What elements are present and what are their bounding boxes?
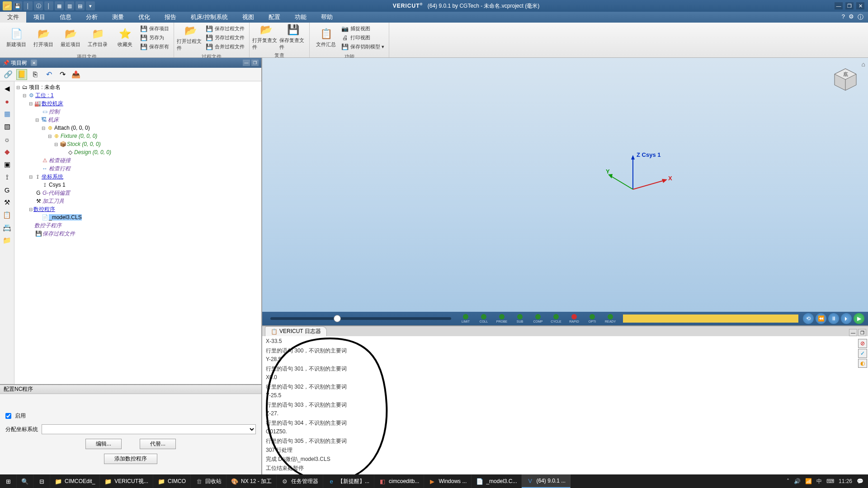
tray-ime[interactable]: 中 (816, 478, 822, 485)
menu-project[interactable]: 项目 (26, 12, 52, 23)
rb-save-ip[interactable]: 💾保存过程文件 (206, 24, 245, 33)
taskbar-app[interactable]: ◧cimcoeditb... (374, 474, 424, 488)
progress-bar[interactable] (623, 314, 798, 323)
tray-chevron-icon[interactable]: ˄ (787, 478, 789, 484)
si-7[interactable]: ▣ (2, 159, 13, 170)
menu-config[interactable]: 配置 (261, 12, 288, 23)
menu-view[interactable]: 视图 (235, 12, 261, 23)
rb-open-project[interactable]: 📂打开项目 (30, 24, 57, 52)
taskbar-app[interactable]: 🗑回收站 (191, 474, 226, 488)
qat-save-icon[interactable]: 💾 (13, 1, 22, 10)
view-cube[interactable]: 底 (832, 66, 859, 93)
add-nc-button[interactable]: 添加数控程序 (104, 454, 157, 464)
panel-max-icon[interactable]: ❐ (251, 60, 259, 66)
taskbar-app[interactable]: 🎨NX 12 - 加工 (226, 474, 277, 488)
pb-step-button[interactable]: ⏵ (841, 313, 852, 324)
panel-min-icon[interactable]: — (243, 60, 250, 66)
si-8[interactable]: ⟟ (2, 172, 13, 183)
menu-machine[interactable]: 机床/控制系统 (184, 12, 235, 23)
minimize-button[interactable]: — (835, 2, 843, 9)
si-4[interactable]: ▧ (2, 121, 13, 132)
taskbar-app[interactable]: ⚙任务管理器 (277, 474, 323, 488)
pushpin-icon[interactable]: 📌 (3, 60, 9, 66)
si-2[interactable]: ● (2, 96, 13, 107)
rb-new-project[interactable]: 📄新建项目 (3, 24, 30, 52)
rb-save-all[interactable]: 💾保存所有 (140, 42, 169, 51)
project-tree[interactable]: ⊟🗂项目 : 未命名 ⊟⚙工位 : 1 ⊟🏭数控机床 ▭控制 ⊟🏗机床 ⊟⊕At… (14, 81, 261, 384)
pb-rewind-button[interactable]: ⏪ (816, 313, 826, 324)
menu-analyze[interactable]: 分析 (79, 12, 105, 23)
menu-report[interactable]: 报告 (157, 12, 184, 23)
tb-export-icon[interactable]: 📤 (71, 69, 81, 80)
taskview-button[interactable]: ⊟ (33, 474, 50, 488)
3d-viewport[interactable]: ⌂ 底 Z Csys 1 X (262, 58, 868, 312)
tree-close-icon[interactable]: ✕ (31, 60, 37, 66)
edit-button[interactable]: 编辑... (85, 439, 122, 449)
subst-button[interactable]: 代替... (140, 439, 176, 449)
qat-view3-icon[interactable]: ▤ (75, 1, 85, 10)
menu-help[interactable]: 帮助 (314, 12, 340, 23)
qat-view1-icon[interactable]: ▦ (55, 1, 64, 10)
speed-slider[interactable] (270, 317, 451, 320)
rb-favorites[interactable]: ⭐收藏夹 (111, 24, 138, 52)
menu-info[interactable]: 信息 (52, 12, 79, 23)
rb-recent-project[interactable]: 📂最近项目 (57, 24, 84, 52)
pb-pause-button[interactable]: ⏸ (828, 313, 839, 324)
qat-view2-icon[interactable]: ▥ (65, 1, 74, 10)
pb-play-button[interactable]: ▶ (854, 313, 864, 324)
rb-work-dir[interactable]: 📁工作目录 (84, 24, 111, 52)
search-button[interactable]: 🔍 (17, 474, 33, 488)
close-button[interactable]: ✕ (856, 2, 864, 9)
csys-select[interactable] (42, 424, 256, 434)
log-tab[interactable]: 📋VERICUT 日志器 (265, 326, 327, 336)
si-12[interactable]: 📇 (2, 222, 13, 233)
tray-notif-icon[interactable]: 💬 (857, 478, 863, 484)
rb-save-cut-model[interactable]: 💾保存切削模型 ▾ (341, 42, 384, 51)
si-13[interactable]: 📁 (2, 235, 13, 246)
si-9[interactable]: G (2, 184, 13, 195)
si-11[interactable]: 📋 (2, 210, 13, 221)
tb-undo-icon[interactable]: ↶ (43, 69, 54, 80)
gear-icon[interactable]: ⚙ (849, 13, 854, 21)
taskbar-app[interactable]: 📁VERICUT视... (100, 474, 153, 488)
taskbar-app[interactable]: ▶Windows ... (424, 474, 472, 488)
home-icon[interactable]: ⌂ (862, 61, 865, 68)
qat-info-icon[interactable]: ⓘ (34, 1, 43, 10)
taskbar-app[interactable]: e【新提醒】... (323, 474, 374, 488)
tray-volume-icon[interactable]: 🔊 (794, 478, 801, 484)
si-10[interactable]: ⚒ (2, 197, 13, 208)
tb-copy-icon[interactable]: ⎘ (30, 69, 41, 80)
si-3[interactable]: ▦ (2, 108, 13, 119)
menu-measure[interactable]: 测量 (105, 12, 131, 23)
system-tray[interactable]: ˄ 🔊 📶 中 ⌨ 11:26 💬 (782, 478, 868, 485)
rb-save-review[interactable]: 💾保存复查文件 (279, 23, 307, 51)
tb-redo-icon[interactable]: ↷ (57, 69, 68, 80)
tb-notes-icon[interactable]: 📒 (16, 69, 27, 80)
rb-saveas-ip[interactable]: 💾另存过程文件 (206, 33, 245, 42)
tray-wifi-icon[interactable]: 📶 (805, 478, 812, 484)
help-icon[interactable]: ? (842, 13, 845, 21)
log-min-icon[interactable]: — (849, 329, 857, 336)
maximize-button[interactable]: ❐ (845, 2, 854, 9)
taskbar-app[interactable]: 📁CIMCOEdit_ (50, 474, 100, 488)
log-max-icon[interactable]: ❐ (858, 329, 866, 336)
rb-merge-ip[interactable]: 💾合并过程文件 (206, 42, 245, 51)
rb-file-summary[interactable]: 📋文件汇总 (312, 24, 340, 52)
tray-keyboard-icon[interactable]: ⌨ (826, 478, 834, 484)
info2-icon[interactable]: ⓘ (858, 13, 863, 21)
pb-reset-button[interactable]: ⟲ (803, 313, 814, 324)
tray-time[interactable]: 11:26 (839, 478, 852, 484)
menu-file[interactable]: 文件 (0, 12, 26, 23)
tb-link-icon[interactable]: 🔗 (3, 69, 14, 80)
rb-open-ip[interactable]: 📂打开过程文件 (177, 24, 204, 52)
taskbar-app[interactable]: 📄_model3.C... (472, 474, 522, 488)
qat-dropdown-icon[interactable]: ▾ (86, 1, 95, 10)
si-5[interactable]: ☼ (2, 134, 13, 145)
enable-checkbox[interactable] (5, 413, 11, 419)
rb-capture-view[interactable]: 📷捕捉视图 (341, 24, 384, 33)
si-6[interactable]: ◆ (2, 146, 13, 157)
menu-optimize[interactable]: 优化 (131, 12, 157, 23)
qat-open-icon[interactable]: 📂 (3, 1, 12, 10)
rb-save-as[interactable]: 💾另存为 (140, 33, 169, 42)
rb-print-view[interactable]: 🖨打印视图 (341, 33, 384, 42)
